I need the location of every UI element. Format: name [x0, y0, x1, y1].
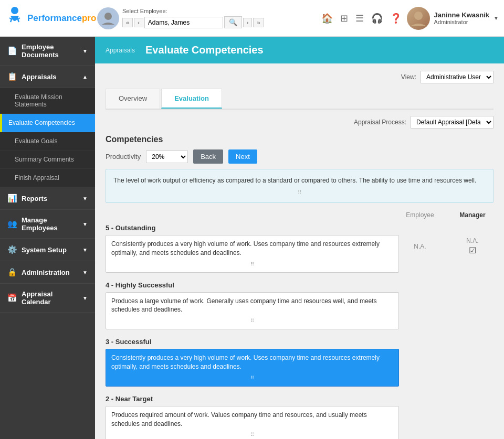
finish-appraisal-label: Finish Appraisal	[15, 174, 59, 181]
content-body: View: Administrative User Employee View …	[95, 63, 504, 439]
view-row: View: Administrative User Employee View …	[106, 71, 494, 83]
sidebar-item-evaluate-competencies[interactable]: Evaluate Competencies	[2, 114, 95, 132]
employee-name-input[interactable]	[144, 17, 223, 28]
rating-outstanding-row: Consistently produces a very high volume…	[106, 235, 494, 273]
tab-evaluation[interactable]: Evaluation	[161, 89, 222, 109]
prev-employee-btn[interactable]: ‹	[134, 18, 143, 27]
outstanding-manager-score: N.A. ☑	[457, 237, 488, 255]
user-role: Administrator	[434, 19, 489, 25]
employee-search-btn[interactable]: 🔍	[224, 16, 242, 28]
breadcrumb: Appraisals	[106, 47, 135, 54]
back-button[interactable]: Back	[193, 149, 223, 164]
user-photo	[407, 7, 430, 30]
view-select[interactable]: Administrative User Employee View Manage…	[421, 71, 494, 83]
next-button[interactable]: Next	[228, 149, 257, 164]
appraisal-calendar-icon: 📅	[7, 293, 17, 303]
rating-outstanding-text: Consistently produces a very high volume…	[106, 235, 399, 273]
sidebar-item-evaluate-goals[interactable]: Evaluate Goals	[0, 132, 95, 151]
svg-point-5	[104, 13, 112, 20]
sidebar-item-appraisals[interactable]: 📋 Appraisals ▲	[0, 66, 95, 88]
page-title-bar: Appraisals Evaluate Competencies	[95, 37, 504, 63]
next-employee-btn[interactable]: ›	[243, 18, 253, 27]
appraisals-submenu: Evaluate Mission Statements Evaluate Com…	[0, 88, 95, 187]
rating-near-target-title: 2 - Near Target	[106, 395, 494, 403]
competency-name: Productivity	[106, 153, 141, 160]
rating-highly-successful-scores	[404, 292, 494, 294]
appraisal-calendar-chevron: ▼	[82, 295, 88, 301]
sidebar-label-system-setup: System Setup	[22, 246, 67, 254]
top-header: Performancepro Select Employee: « ‹ 🔍 › …	[0, 0, 504, 37]
successful-resize[interactable]: ⠿	[111, 374, 393, 382]
sidebar-item-reports[interactable]: 📊 Reports ▼	[0, 187, 95, 210]
rating-successful-text: Consistently produces a very high volume…	[106, 349, 399, 387]
tab-overview[interactable]: Overview	[106, 89, 160, 109]
rating-highly-successful: 4 - Highly Successful Produces a large v…	[106, 281, 494, 330]
rating-near-target-row: Produces required amount of work. Values…	[106, 406, 494, 439]
sidebar-label-reports: Reports	[22, 195, 47, 202]
resize-icon-s: ⠿	[250, 374, 254, 382]
sidebar-item-appraisal-calendar[interactable]: 📅 Appraisal Calendar ▼	[0, 284, 95, 313]
logo-text-performance: Performance	[27, 13, 82, 23]
employee-docs-icon: 📄	[7, 46, 17, 56]
sidebar-label-manage-employees: Manage Employees	[22, 216, 78, 232]
administration-chevron: ▼	[82, 270, 88, 275]
employee-docs-chevron: ▼	[82, 48, 88, 54]
summary-comments-label: Summary Comments	[15, 156, 74, 163]
competency-percent-select[interactable]: 20%	[146, 151, 188, 163]
header-icons: 🏠 ⊞ ☰ 🎧 ❓	[321, 13, 407, 24]
list-icon[interactable]: ☰	[355, 13, 364, 24]
page-title: Evaluate Competencies	[145, 44, 264, 56]
appraisals-icon: 📋	[7, 72, 17, 81]
sidebar-item-administration[interactable]: 🔒 Administration ▼	[0, 261, 95, 284]
rating-highly-successful-title: 4 - Highly Successful	[106, 281, 494, 289]
last-employee-btn[interactable]: »	[253, 18, 264, 27]
appraisal-process-label: Appraisal Process:	[354, 119, 406, 126]
reports-chevron: ▼	[82, 196, 88, 201]
manage-employees-chevron: ▼	[82, 221, 88, 227]
grid-icon[interactable]: ⊞	[340, 13, 348, 24]
user-info: Janinne Kwasnik Administrator ▼	[407, 7, 499, 30]
help-icon[interactable]: ❓	[390, 13, 402, 24]
svg-point-0	[11, 7, 18, 14]
outstanding-resize[interactable]: ⠿	[111, 261, 393, 268]
rating-near-target-text: Produces required amount of work. Values…	[106, 406, 399, 439]
resize-icon-outstanding: ⠿	[250, 261, 254, 268]
near-target-resize[interactable]: ⠿	[111, 431, 393, 438]
sidebar-item-employee-documents[interactable]: 📄 Employee Documents ▼	[0, 37, 95, 66]
sidebar-item-system-setup[interactable]: ⚙️ System Setup ▼	[0, 239, 95, 261]
highly-successful-resize[interactable]: ⠿	[111, 317, 393, 325]
sidebar: 📄 Employee Documents ▼ 📋 Appraisals ▲ Ev…	[0, 37, 95, 439]
user-name-area: Janinne Kwasnik Administrator	[434, 11, 489, 25]
sidebar-item-manage-employees[interactable]: 👥 Manage Employees ▼	[0, 210, 95, 239]
description-resize-handle[interactable]: ⠿	[113, 188, 486, 196]
rating-header-row: Employee Manager	[106, 211, 494, 222]
resize-icon: ⠿	[298, 188, 301, 196]
outstanding-manager-score-val: N.A.	[457, 237, 488, 244]
description-text: The level of work output or efficiency a…	[113, 177, 476, 184]
rating-successful-scores	[404, 349, 494, 351]
appraisal-process-select[interactable]: Default Appraisal [Defa	[411, 116, 494, 129]
employee-col-header: Employee	[404, 211, 436, 219]
sidebar-item-evaluate-competencies-wrapper: Evaluate Competencies	[0, 114, 95, 132]
headset-icon[interactable]: 🎧	[371, 13, 383, 24]
svg-line-3	[9, 18, 12, 19]
rating-outstanding-title: 5 - Outstanding	[106, 224, 494, 232]
rating-outstanding-scores: N.A. N.A. ☑	[404, 235, 494, 255]
logo-icon	[5, 6, 24, 30]
sidebar-item-summary-comments[interactable]: Summary Comments	[0, 151, 95, 169]
evaluate-competencies-label: Evaluate Competencies	[8, 119, 75, 126]
evaluate-goals-label: Evaluate Goals	[15, 137, 57, 145]
rating-near-target-scores	[404, 406, 494, 408]
sidebar-item-evaluate-mission[interactable]: Evaluate Mission Statements	[0, 88, 95, 114]
main-layout: 📄 Employee Documents ▼ 📋 Appraisals ▲ Ev…	[0, 37, 504, 439]
view-label: View:	[401, 73, 416, 81]
first-employee-btn[interactable]: «	[122, 18, 133, 27]
employee-select-box: Select Employee: « ‹ 🔍 › »	[122, 8, 264, 28]
outstanding-checkbox[interactable]: ☑	[457, 245, 488, 255]
home-icon[interactable]: 🏠	[321, 13, 333, 24]
rating-outstanding: 5 - Outstanding Consistently produces a …	[106, 224, 494, 273]
user-dropdown-arrow[interactable]: ▼	[494, 15, 499, 21]
sidebar-item-finish-appraisal[interactable]: Finish Appraisal	[0, 169, 95, 187]
employee-selector: Select Employee: « ‹ 🔍 › »	[97, 7, 321, 29]
manager-col-header: Manager	[457, 211, 488, 219]
